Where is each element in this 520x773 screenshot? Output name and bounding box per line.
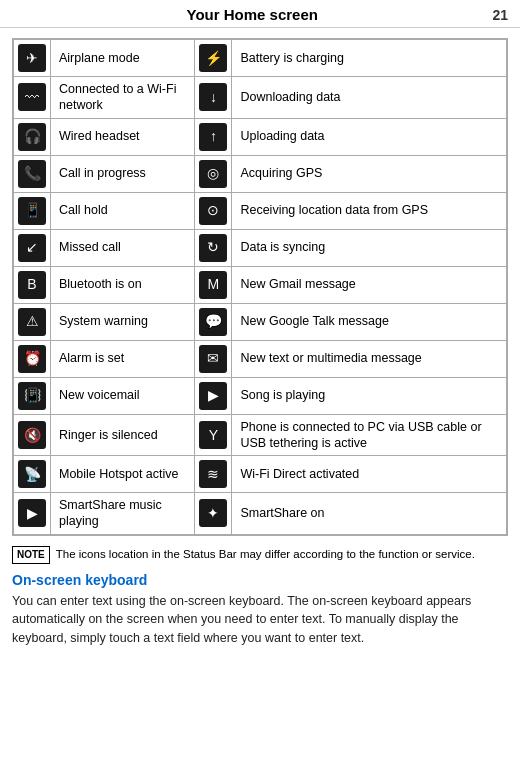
table-row: 〰 Connected to a Wi-Fi network ↓ Downloa…: [14, 77, 507, 119]
right-icon-sms: ✉: [199, 345, 227, 373]
on-screen-keyboard-title: On-screen keyboard: [12, 572, 508, 588]
left-icon-cell: 🎧: [14, 118, 51, 155]
left-icon-cell: 📱: [14, 192, 51, 229]
right-icon-cell: 💬: [195, 303, 232, 340]
page-number: 21: [492, 7, 508, 23]
table-row: 📱 Call hold ⊙ Receiving location data fr…: [14, 192, 507, 229]
right-icon-upload: ↑: [199, 123, 227, 151]
right-icon-cell: ⚡: [195, 40, 232, 77]
left-icon-cell: ↙: [14, 229, 51, 266]
left-icon-cell: ✈: [14, 40, 51, 77]
right-icon-gmail: M: [199, 271, 227, 299]
right-label-cell: New text or multimedia message: [232, 340, 507, 377]
left-icon-voicemail: 📳: [18, 382, 46, 410]
table-row: 📡 Mobile Hotspot active ≋ Wi-Fi Direct a…: [14, 456, 507, 493]
table-row: ↙ Missed call ↻ Data is syncing: [14, 229, 507, 266]
right-label-cell: Wi-Fi Direct activated: [232, 456, 507, 493]
page-header: Your Home screen 21: [0, 0, 520, 28]
right-label-cell: New Google Talk message: [232, 303, 507, 340]
left-icon-cell: B: [14, 266, 51, 303]
left-label-cell: Missed call: [51, 229, 195, 266]
left-icon-cell: ⚠: [14, 303, 51, 340]
left-icon-cell: 📡: [14, 456, 51, 493]
left-label-cell: SmartShare music playing: [51, 493, 195, 535]
left-icon-cell: 📞: [14, 155, 51, 192]
right-icon-cell: ≋: [195, 456, 232, 493]
right-icon-cell: ▶: [195, 377, 232, 414]
right-label-cell: Data is syncing: [232, 229, 507, 266]
right-label-cell: Downloading data: [232, 77, 507, 119]
left-icon-alarm: ⏰: [18, 345, 46, 373]
left-label-cell: Call hold: [51, 192, 195, 229]
right-label-cell: SmartShare on: [232, 493, 507, 535]
left-icon-cell: 〰: [14, 77, 51, 119]
right-icon-smartshareon: ✦: [199, 499, 227, 527]
right-icon-cell: ↓: [195, 77, 232, 119]
on-screen-keyboard-body: You can enter text using the on-screen k…: [12, 592, 508, 648]
note-label: NOTE: [12, 546, 50, 564]
left-icon-ringer: 🔇: [18, 421, 46, 449]
left-icon-callhold: 📱: [18, 197, 46, 225]
right-icon-gtalk: 💬: [199, 308, 227, 336]
note-text: The icons location in the Status Bar may…: [56, 548, 475, 560]
right-icon-cell: ⊙: [195, 192, 232, 229]
table-row: 🔇 Ringer is silenced Y Phone is connecte…: [14, 414, 507, 456]
right-label-cell: Battery is charging: [232, 40, 507, 77]
left-label-cell: Call in progress: [51, 155, 195, 192]
right-label-cell: Phone is connected to PC via USB cable o…: [232, 414, 507, 456]
right-icon-cell: ↻: [195, 229, 232, 266]
left-label-cell: Mobile Hotspot active: [51, 456, 195, 493]
right-icon-usb: Y: [199, 421, 227, 449]
right-icon-sync: ↻: [199, 234, 227, 262]
right-icon-cell: ✉: [195, 340, 232, 377]
table-row: 🎧 Wired headset ↑ Uploading data: [14, 118, 507, 155]
left-icon-cell: 🔇: [14, 414, 51, 456]
right-icon-cell: ✦: [195, 493, 232, 535]
right-icon-wifidirect: ≋: [199, 460, 227, 488]
left-icon-airplane: ✈: [18, 44, 46, 72]
table-row: 📳 New voicemail ▶ Song is playing: [14, 377, 507, 414]
page-title: Your Home screen: [12, 6, 492, 23]
right-icon-cell: Y: [195, 414, 232, 456]
left-icon-bluetooth: B: [18, 271, 46, 299]
right-label-cell: Uploading data: [232, 118, 507, 155]
left-icon-cell: ▶: [14, 493, 51, 535]
table-row: ⚠ System warning 💬 New Google Talk messa…: [14, 303, 507, 340]
note-section: NOTEThe icons location in the Status Bar…: [12, 546, 508, 564]
right-icon-cell: M: [195, 266, 232, 303]
left-label-cell: New voicemail: [51, 377, 195, 414]
right-label-cell: New Gmail message: [232, 266, 507, 303]
left-icon-cell: ⏰: [14, 340, 51, 377]
table-row: ⏰ Alarm is set ✉ New text or multimedia …: [14, 340, 507, 377]
right-icon-download: ↓: [199, 83, 227, 111]
right-icon-gpsloc: ⊙: [199, 197, 227, 225]
right-icon-cell: ↑: [195, 118, 232, 155]
icon-table: ✈ Airplane mode ⚡ Battery is charging 〰 …: [12, 38, 508, 536]
left-label-cell: Wired headset: [51, 118, 195, 155]
left-label-cell: Alarm is set: [51, 340, 195, 377]
left-icon-cell: 📳: [14, 377, 51, 414]
right-label-cell: Song is playing: [232, 377, 507, 414]
table-row: ▶ SmartShare music playing ✦ SmartShare …: [14, 493, 507, 535]
table-row: 📞 Call in progress ◎ Acquiring GPS: [14, 155, 507, 192]
left-icon-call: 📞: [18, 160, 46, 188]
left-icon-missedcall: ↙: [18, 234, 46, 262]
left-label-cell: Ringer is silenced: [51, 414, 195, 456]
left-icon-hotspot: 📡: [18, 460, 46, 488]
right-icon-song: ▶: [199, 382, 227, 410]
left-icon-smartshare: ▶: [18, 499, 46, 527]
left-icon-wifi: 〰: [18, 83, 46, 111]
left-label-cell: Airplane mode: [51, 40, 195, 77]
right-label-cell: Acquiring GPS: [232, 155, 507, 192]
left-label-cell: Connected to a Wi-Fi network: [51, 77, 195, 119]
left-label-cell: System warning: [51, 303, 195, 340]
table-row: ✈ Airplane mode ⚡ Battery is charging: [14, 40, 507, 77]
left-icon-warning: ⚠: [18, 308, 46, 336]
right-label-cell: Receiving location data from GPS: [232, 192, 507, 229]
left-icon-headset: 🎧: [18, 123, 46, 151]
table-row: B Bluetooth is on M New Gmail message: [14, 266, 507, 303]
right-icon-gps: ◎: [199, 160, 227, 188]
right-icon-battery: ⚡: [199, 44, 227, 72]
left-label-cell: Bluetooth is on: [51, 266, 195, 303]
right-icon-cell: ◎: [195, 155, 232, 192]
